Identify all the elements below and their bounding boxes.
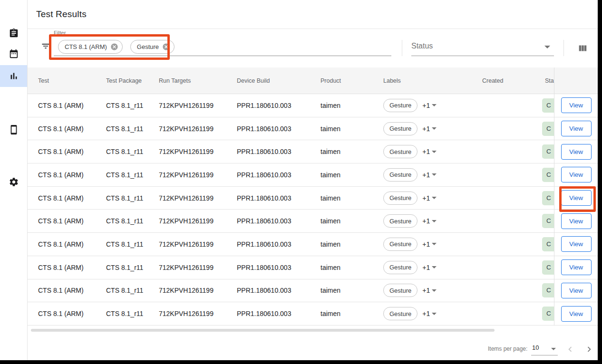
cell-labels: Gesture +1 [383, 307, 482, 320]
filter-icon [41, 41, 50, 51]
filter-input[interactable]: CTS 8.1 (ARM) Gesture [58, 40, 175, 54]
view-button[interactable]: View [561, 167, 592, 182]
cell-status: C [542, 237, 554, 251]
status-badge: C [542, 144, 554, 159]
cell-test: CTS 8.1 (ARM) [38, 148, 106, 155]
chevron-left-icon [565, 344, 575, 354]
label-chip: Gesture [383, 192, 418, 205]
cell-test: CTS 8.1 (ARM) [38, 264, 106, 271]
cell-product: taimen [320, 171, 383, 179]
cell-test: CTS 8.1 (ARM) [38, 310, 106, 317]
status-badge: C [542, 260, 554, 275]
sidebar-item-schedule[interactable] [0, 43, 27, 65]
cell-test-package: CTS 8.1_r11 [106, 287, 159, 294]
view-button[interactable]: View [561, 259, 592, 275]
cell-test-package: CTS 8.1_r11 [106, 102, 159, 109]
sidebar-item-settings[interactable] [0, 171, 27, 193]
label-chip: Gesture [383, 99, 418, 112]
view-column-icon [577, 43, 588, 54]
cell-labels: Gesture +1 [383, 214, 482, 228]
filter-chip[interactable]: Gesture [130, 40, 175, 54]
cell-labels: Gesture +1 [383, 192, 482, 205]
items-per-page-select[interactable]: 10 [531, 343, 558, 355]
cell-test: CTS 8.1 (ARM) [38, 194, 106, 202]
cell-run-targets: 712KPVH1261199 [159, 264, 237, 271]
table-row: CTS 8.1 (ARM) CTS 8.1_r11 712KPVH1261199… [28, 117, 554, 141]
cancel-icon[interactable] [110, 43, 118, 51]
cell-status: C [542, 260, 554, 275]
cell-status: C [542, 122, 554, 136]
more-labels-toggle[interactable]: +1 [422, 310, 437, 317]
label-chip: Gesture [383, 238, 418, 251]
more-labels-toggle[interactable]: +1 [422, 125, 437, 133]
chevron-down-icon [544, 46, 550, 48]
chevron-down-icon [432, 104, 437, 106]
chevron-down-icon [432, 197, 437, 199]
cell-test: CTS 8.1 (ARM) [38, 217, 106, 225]
table-row: CTS 8.1 (ARM) CTS 8.1_r11 712KPVH1261199… [28, 140, 554, 163]
label-chip: Gesture [383, 284, 418, 297]
more-labels-toggle[interactable]: +1 [422, 102, 437, 109]
cell-test: CTS 8.1 (ARM) [38, 171, 106, 179]
smartphone-icon [9, 125, 19, 135]
cell-action: View [554, 140, 598, 163]
cell-run-targets: 712KPVH1261199 [159, 102, 237, 109]
clipboard-icon [9, 28, 19, 38]
cell-run-targets: 712KPVH1261199 [159, 171, 237, 179]
column-header-created: Created [482, 77, 542, 84]
cell-action: View [554, 302, 598, 326]
more-labels-toggle[interactable]: +1 [422, 194, 437, 202]
more-labels-toggle[interactable]: +1 [422, 264, 437, 271]
horizontal-scrollbar[interactable] [31, 329, 495, 332]
table-row: CTS 8.1 (ARM) CTS 8.1_r11 712KPVH1261199… [28, 94, 554, 117]
view-button[interactable]: View [561, 121, 592, 136]
chevron-down-icon [432, 289, 437, 292]
view-button[interactable]: View [561, 190, 592, 206]
view-button[interactable]: View [561, 283, 592, 298]
filter-chip[interactable]: CTS 8.1 (ARM) [58, 40, 123, 54]
cell-run-targets: 712KPVH1261199 [159, 125, 237, 133]
sidebar-item-test-results[interactable] [0, 65, 27, 87]
cell-status: C [542, 98, 554, 113]
more-labels-toggle[interactable]: +1 [422, 148, 437, 155]
cell-action: View [554, 187, 598, 210]
page-header: Test Results [28, 0, 598, 29]
cell-device-build: PPR1.180610.003 [237, 310, 320, 317]
sidebar-item-devices[interactable] [0, 119, 27, 141]
more-labels-toggle[interactable]: +1 [422, 217, 437, 225]
more-labels-toggle[interactable]: +1 [422, 240, 437, 248]
cell-test-package: CTS 8.1_r11 [106, 171, 159, 179]
cell-status: C [542, 283, 554, 297]
filter-field-label: Filter [54, 30, 66, 36]
column-header-test: Test [38, 77, 106, 84]
more-labels-toggle[interactable]: +1 [422, 171, 437, 179]
column-view-button[interactable] [575, 42, 590, 56]
sidebar-item-test-plans[interactable] [0, 22, 27, 44]
cell-product: taimen [320, 217, 383, 225]
chevron-down-icon [432, 127, 437, 130]
more-labels-toggle[interactable]: +1 [422, 287, 437, 294]
view-button[interactable]: View [561, 306, 592, 322]
column-header-product: Product [320, 77, 383, 84]
cell-device-build: PPR1.180610.003 [237, 194, 320, 202]
view-button[interactable]: View [561, 144, 592, 160]
previous-page-button[interactable] [564, 344, 576, 356]
table-body: CTS 8.1 (ARM) CTS 8.1_r11 712KPVH1261199… [28, 94, 554, 326]
cell-test-package: CTS 8.1_r11 [106, 310, 159, 317]
cell-status: C [542, 214, 554, 228]
label-chip: Gesture [383, 122, 418, 135]
column-header-run-targets: Run Targets [159, 77, 237, 84]
next-page-button[interactable] [583, 344, 595, 356]
status-badge: C [542, 307, 554, 321]
cell-labels: Gesture +1 [383, 122, 482, 135]
view-button[interactable]: View [561, 213, 592, 229]
status-select[interactable]: Status [411, 40, 554, 56]
view-button[interactable]: View [561, 97, 592, 113]
view-button[interactable]: View [561, 236, 592, 252]
cell-product: taimen [320, 264, 383, 271]
cell-status: C [542, 191, 554, 205]
cell-device-build: PPR1.180610.003 [237, 148, 320, 155]
cell-status: C [542, 307, 554, 321]
status-badge: C [542, 98, 554, 113]
cancel-icon[interactable] [162, 43, 170, 51]
